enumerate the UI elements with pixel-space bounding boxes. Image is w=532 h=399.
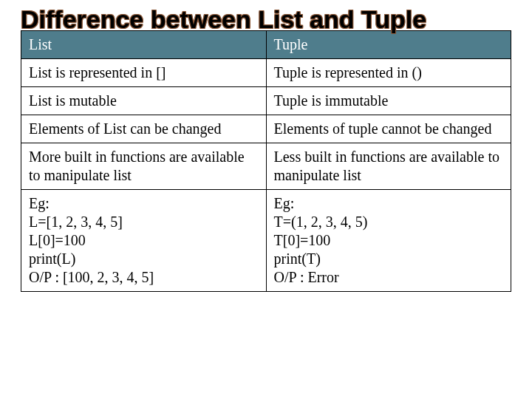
page-title: Difference between List and Tuple	[21, 6, 511, 33]
cell-list: More built in functions are available to…	[21, 143, 267, 190]
table-row: Elements of List can be changed Elements…	[21, 115, 511, 143]
table-row: List is represented in [] Tuple is repre…	[21, 59, 511, 87]
header-list: List	[21, 31, 267, 59]
table-header-row: List Tuple	[21, 31, 511, 59]
table-row: More built in functions are available to…	[21, 143, 511, 190]
cell-list: List is mutable	[21, 87, 267, 115]
cell-tuple: Less built in functions are available to…	[266, 143, 511, 190]
cell-tuple: Tuple is represented in ()	[266, 59, 511, 87]
cell-list: List is represented in []	[21, 59, 267, 87]
table-row: List is mutable Tuple is immutable	[21, 87, 511, 115]
cell-tuple: Elements of tuple cannot be changed	[266, 115, 511, 143]
cell-list-example: Eg: L=[1, 2, 3, 4, 5] L[0]=100 print(L) …	[21, 190, 267, 292]
comparison-table: List Tuple List is represented in [] Tup…	[21, 30, 511, 292]
header-tuple: Tuple	[266, 31, 511, 59]
cell-tuple-example: Eg: T=(1, 2, 3, 4, 5) T[0]=100 print(T) …	[266, 190, 511, 292]
cell-tuple: Tuple is immutable	[266, 87, 511, 115]
cell-list: Elements of List can be changed	[21, 115, 267, 143]
table-row: Eg: L=[1, 2, 3, 4, 5] L[0]=100 print(L) …	[21, 190, 511, 292]
